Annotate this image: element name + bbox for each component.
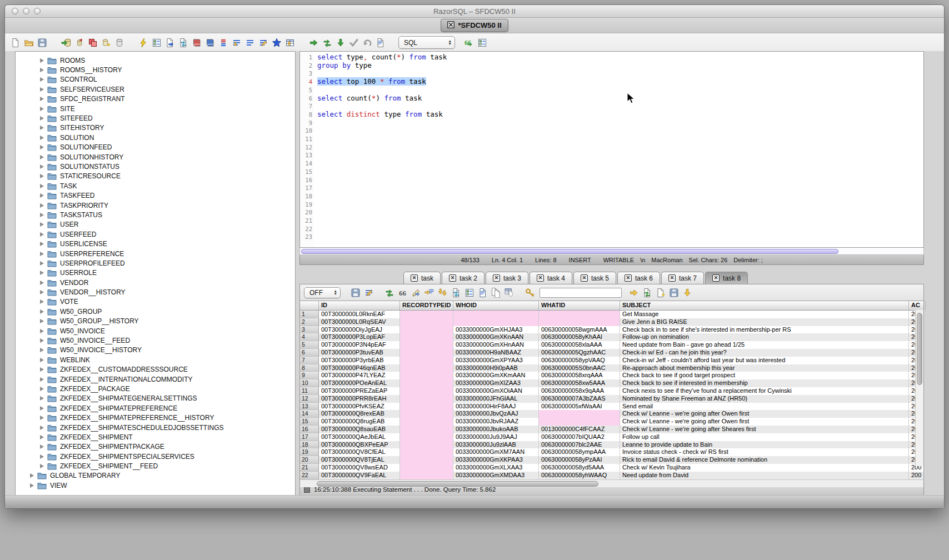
- edit-query-icon[interactable]: [257, 37, 269, 48]
- export-document-icon[interactable]: [164, 37, 176, 48]
- disconnect-icon[interactable]: [73, 37, 85, 48]
- row-number[interactable]: 1: [300, 311, 319, 318]
- insert-row-icon[interactable]: [423, 287, 435, 298]
- row-number[interactable]: 17: [300, 433, 319, 441]
- row-number[interactable]: 19: [300, 448, 319, 456]
- row-number[interactable]: 10: [300, 379, 319, 387]
- title-bar[interactable]: RazorSQL – SFDCW50 II: [5, 5, 944, 18]
- row-number[interactable]: 15: [300, 418, 319, 426]
- sql-code-area[interactable]: select type, count(*) from taskgroup by …: [314, 52, 923, 247]
- tree-table-w50-invoice[interactable]: W50_INVOICE: [16, 326, 295, 336]
- tree-table-w50-invoice-history[interactable]: W50_INVOICE__HISTORY: [16, 346, 295, 355]
- code-line[interactable]: [317, 69, 923, 78]
- cell-id[interactable]: 00T3000000P46qnEAB: [319, 364, 400, 372]
- code-line[interactable]: [317, 176, 923, 184]
- tree-table-taskfeed[interactable]: TASKFEED: [16, 191, 295, 200]
- tree-table-vendor-history[interactable]: VENDOR__HISTORY: [16, 287, 295, 297]
- disclosure-triangle-icon[interactable]: [40, 261, 44, 266]
- disclosure-triangle-icon[interactable]: [40, 232, 44, 237]
- commit-icon[interactable]: [348, 37, 359, 48]
- cell-subject[interactable]: Invoice status check - check w/ RS first: [620, 448, 909, 456]
- disclosure-triangle-icon[interactable]: [40, 213, 44, 217]
- tree-table-userfeed[interactable]: USERFEED: [16, 229, 295, 239]
- tree-table-w50-invoice-feed[interactable]: W50_INVOICE__FEED: [16, 336, 295, 345]
- tree-table-zkfedex-shipmategeneralsettings[interactable]: ZKFEDEX__SHIPMATEGENERALSETTINGS: [16, 394, 295, 403]
- cell-recordtypeid[interactable]: [400, 364, 453, 372]
- reference-book-icon[interactable]: [191, 37, 202, 48]
- fetch-more-icon[interactable]: [681, 287, 693, 298]
- disclosure-triangle-icon[interactable]: [40, 426, 44, 430]
- code-line[interactable]: [317, 86, 923, 94]
- cell-whoid[interactable]: 0033000000H9i0pAAB: [453, 364, 539, 372]
- close-document-icon[interactable]: [447, 21, 454, 30]
- tree-table-userlicense[interactable]: USERLICENSE: [16, 239, 295, 248]
- disclosure-triangle-icon[interactable]: [40, 454, 44, 459]
- favorites-icon[interactable]: [271, 37, 282, 48]
- row-number[interactable]: 3: [300, 326, 319, 334]
- row-number[interactable]: 22: [300, 472, 319, 479]
- tree-table-zkfedex-shipment[interactable]: ZKFEDEX__SHIPMENT: [16, 432, 295, 442]
- cell-whatid[interactable]: 006300000058wgmAAA: [539, 326, 620, 334]
- disclosure-triangle-icon[interactable]: [40, 329, 44, 333]
- tree-table-task[interactable]: TASK: [16, 181, 295, 191]
- tree-table-zkfedex-internationalcommodity[interactable]: ZKFEDEX__INTERNATIONALCOMMODITY: [16, 374, 295, 384]
- refresh-results-icon[interactable]: [383, 287, 395, 298]
- cell-whoid[interactable]: 0033000000GmXLXAA3: [453, 464, 539, 472]
- language-select[interactable]: SQL ▲▼: [398, 36, 455, 49]
- tree-table-rooms[interactable]: ROOMS: [16, 56, 295, 65]
- table-vscrollbar[interactable]: [915, 310, 923, 466]
- cell-recordtypeid[interactable]: [400, 357, 453, 364]
- cell-whatid[interactable]: 006300000058yKhAAI: [539, 333, 620, 341]
- cell-whatid[interactable]: 00630000007bIQUAA2: [539, 433, 620, 441]
- disclosure-triangle-icon[interactable]: [40, 358, 44, 362]
- code-line[interactable]: [317, 208, 923, 217]
- new-report-icon[interactable]: [655, 287, 666, 298]
- code-line[interactable]: [317, 192, 923, 201]
- close-tab-icon[interactable]: ✕: [537, 274, 544, 282]
- disclosure-triangle-icon[interactable]: [40, 319, 44, 323]
- cell-whoid[interactable]: 0033000000H9aNBAAZ: [453, 349, 539, 357]
- tree-table-rooms-history[interactable]: ROOMS__HISTORY: [16, 65, 295, 74]
- edit-cell-icon[interactable]: [410, 287, 422, 298]
- primary-key-icon[interactable]: [524, 287, 536, 298]
- cell-whatid[interactable]: 0013000000C4fFCAAZ: [539, 426, 620, 433]
- column-header-whoid[interactable]: WHOID: [453, 301, 539, 310]
- disclosure-triangle-icon[interactable]: [40, 464, 44, 468]
- filter-edit-icon[interactable]: [363, 287, 374, 298]
- tree-table-sitefeed[interactable]: SITEFEED: [16, 113, 295, 123]
- limit-select[interactable]: OFF ▲▼: [304, 287, 341, 298]
- column-header-subject[interactable]: SUBJECT: [620, 301, 909, 310]
- database-icon[interactable]: [113, 37, 125, 48]
- new-file-icon[interactable]: [9, 37, 21, 48]
- cell-recordtypeid[interactable]: [400, 349, 453, 357]
- disclosure-triangle-icon[interactable]: [40, 58, 44, 63]
- tree-table-zkfedex-shipmatepreference[interactable]: ZKFEDEX__SHIPMATEPREFERENCE: [16, 403, 295, 413]
- result-tab-task-8[interactable]: ✕task 8: [705, 272, 748, 284]
- disclosure-triangle-icon[interactable]: [40, 116, 44, 121]
- cell-subject[interactable]: Check w/ Leanne - we're going after Owen…: [620, 410, 909, 418]
- cell-recordtypeid[interactable]: [400, 379, 453, 387]
- tree-table-zkfedex-shipmentspecialservices[interactable]: ZKFEDEX__SHIPMENTSPECIALSERVICES: [16, 452, 295, 461]
- cell-whoid[interactable]: 0033000000GmXOiAAN: [453, 387, 539, 395]
- code-line[interactable]: [317, 168, 923, 176]
- result-tab-task[interactable]: ✕task: [403, 272, 441, 284]
- close-button[interactable]: [12, 8, 18, 14]
- cell-subject[interactable]: Need update from Bain - gave go ahead 1/…: [620, 341, 909, 349]
- disclosure-triangle-icon[interactable]: [40, 348, 44, 352]
- document-tab[interactable]: *SFDCW50 II: [441, 19, 508, 32]
- disclosure-triangle-icon[interactable]: [40, 136, 44, 140]
- cell-recordtypeid[interactable]: [400, 372, 453, 379]
- code-line[interactable]: select distinct type from task: [317, 111, 923, 119]
- status-stop-icon[interactable]: [304, 487, 310, 493]
- cell-subject[interactable]: Rick to email David & reference Delmonte…: [620, 456, 909, 464]
- close-tab-icon[interactable]: ✕: [411, 274, 418, 282]
- cell-id[interactable]: 00T3000000Q8sauEAB: [319, 426, 400, 433]
- disclosure-triangle-icon[interactable]: [40, 396, 44, 401]
- cell-whatid[interactable]: 006300000058yhWAAQ: [539, 472, 620, 479]
- cell-id[interactable]: 00T3000000P3tuvEAB: [319, 349, 400, 357]
- cell-recordtypeid[interactable]: [400, 426, 453, 433]
- align-icon[interactable]: [244, 37, 256, 48]
- table-tree[interactable]: ROOMS ROOMS__HISTORY SCONTROL SELFSERVIC…: [15, 51, 296, 496]
- cell-whoid[interactable]: 0033000000GmXKPAA3: [453, 456, 539, 464]
- cell-whatid[interactable]: 006300000058ypVAAQ: [539, 357, 620, 364]
